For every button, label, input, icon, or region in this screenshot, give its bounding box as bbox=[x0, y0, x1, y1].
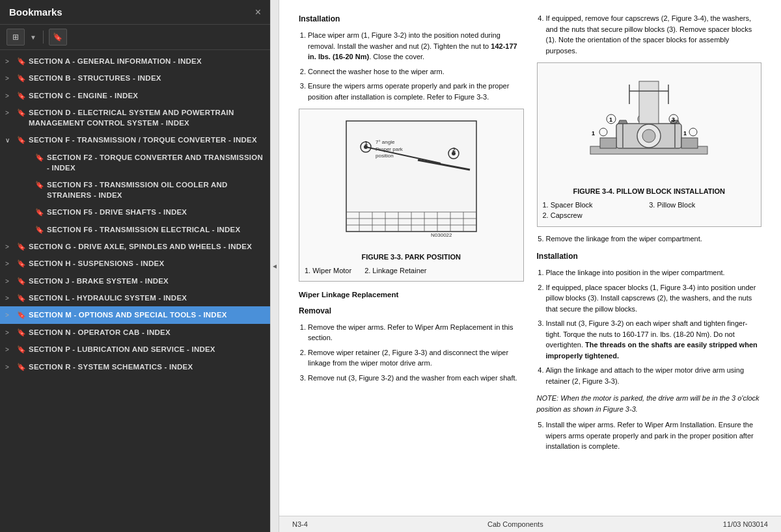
wiper-linkage-title: Wiper Linkage Replacement bbox=[299, 289, 524, 300]
removal-title: Removal bbox=[299, 305, 524, 317]
bookmark-icon: 🔖 bbox=[17, 135, 26, 145]
sidebar-item-section-a[interactable]: >🔖SECTION A - GENERAL INFORMATION - INDE… bbox=[0, 53, 270, 70]
svg-text:2: 2 bbox=[452, 146, 456, 153]
bookmark-label: SECTION F6 - TRANSMISSION ELECTRICAL - I… bbox=[47, 224, 265, 235]
pillow-block-diagram: 1 1 1 2 3 bbox=[577, 68, 720, 179]
bookmark-icon: 🔖 bbox=[35, 225, 44, 235]
figure-3-3-item1: 1. Wiper Motor bbox=[305, 265, 351, 276]
grid-view-button[interactable]: ⊞ bbox=[7, 29, 25, 46]
svg-point-38 bbox=[689, 128, 697, 136]
page-number: N3-4 bbox=[292, 520, 308, 528]
sidebar-item-section-l[interactable]: >🔖SECTION L - HYDRAULIC SYSTEM - INDEX bbox=[0, 289, 270, 306]
sidebar-item-section-b[interactable]: >🔖SECTION B - STRUCTURES - INDEX bbox=[0, 70, 270, 86]
bookmark-label: SECTION H - SUSPENSIONS - INDEX bbox=[29, 258, 265, 269]
expand-arrow: > bbox=[5, 92, 14, 101]
figure-3-4-caption: FIGURE 3-4. PILLOW BLOCK INSTALLATION bbox=[543, 186, 756, 197]
r-install-2: If equipped, place spacer blocks (1, Fig… bbox=[546, 282, 762, 315]
right-installation-title: Installation bbox=[537, 250, 762, 262]
figure-3-4-items: 1. Spacer Block 3. Pillow Block 2. Capsc… bbox=[543, 200, 756, 221]
park-position-diagram: 1 2 7° angle Proper park position bbox=[340, 114, 483, 245]
svg-text:1: 1 bbox=[592, 130, 595, 137]
svg-text:1: 1 bbox=[609, 116, 612, 123]
expand-arrow: > bbox=[5, 294, 14, 303]
fig-item-1: 1. Spacer Block bbox=[543, 200, 650, 211]
bookmark-label: SECTION F3 - TRANSMISSION OIL COOLER AND… bbox=[47, 180, 265, 200]
content-area[interactable]: Installation Place wiper arm (1, Figure … bbox=[279, 0, 781, 516]
expand-arrow: > bbox=[5, 277, 14, 286]
svg-text:N030022: N030022 bbox=[431, 232, 452, 238]
svg-rect-30 bbox=[681, 138, 698, 148]
sidebar-item-section-d[interactable]: >🔖SECTION D - ELECTRICAL SYSTEM AND POWE… bbox=[0, 104, 270, 131]
bookmark-label: SECTION G - DRIVE AXLE, SPINDLES AND WHE… bbox=[29, 241, 265, 252]
expand-arrow: ∨ bbox=[5, 136, 14, 145]
bookmark-label: SECTION A - GENERAL INFORMATION - INDEX bbox=[29, 56, 265, 66]
bookmark-icon: 🔖 bbox=[17, 276, 26, 286]
sidebar-item-section-p[interactable]: >🔖SECTION P - LUBRICATION AND SERVICE - … bbox=[0, 341, 270, 358]
sidebar-toolbar: ⊞ ▼ 🔖 bbox=[0, 25, 270, 50]
sidebar-item-section-f3[interactable]: 🔖SECTION F3 - TRANSMISSION OIL COOLER AN… bbox=[0, 176, 270, 204]
figure-3-3: 1 2 7° angle Proper park position bbox=[299, 109, 524, 282]
bookmark-label: SECTION J - BRAKE SYSTEM - INDEX bbox=[29, 276, 265, 286]
bookmark-icon: 🔖 bbox=[17, 242, 26, 252]
figure-3-3-items: 1. Wiper Motor 2. Linkage Retainer bbox=[305, 265, 518, 276]
expand-arrow: > bbox=[5, 311, 14, 320]
svg-point-28 bbox=[642, 129, 655, 142]
expand-arrow: > bbox=[5, 109, 14, 118]
bookmark-label: SECTION F2 - TORQUE CONVERTER AND TRANSM… bbox=[47, 152, 265, 173]
right-step-5: Remove the linkage from the wiper compar… bbox=[546, 233, 762, 245]
svg-text:3: 3 bbox=[672, 116, 675, 123]
sidebar-item-section-h[interactable]: >🔖SECTION H - SUSPENSIONS - INDEX bbox=[0, 255, 270, 272]
sidebar-item-section-n[interactable]: >🔖SECTION N - OPERATOR CAB - INDEX bbox=[0, 324, 270, 341]
sidebar-item-section-g[interactable]: >🔖SECTION G - DRIVE AXLE, SPINDLES AND W… bbox=[0, 238, 270, 255]
expand-arrow: > bbox=[5, 363, 14, 372]
step-1: Place wiper arm (1, Figure 3-2) into the… bbox=[308, 30, 524, 62]
sidebar-item-section-f[interactable]: ∨🔖SECTION F - TRANSMISSION / TORQUE CONV… bbox=[0, 131, 270, 148]
bookmark-icon: 🔖 bbox=[35, 153, 44, 163]
grid-icon: ⊞ bbox=[12, 33, 19, 42]
figure-3-3-caption: FIGURE 3-3. PARK POSITION bbox=[305, 252, 518, 263]
sidebar-item-section-j[interactable]: >🔖SECTION J - BRAKE SYSTEM - INDEX bbox=[0, 273, 270, 289]
svg-text:7° angle: 7° angle bbox=[376, 139, 395, 145]
expand-arrow: > bbox=[5, 259, 14, 269]
sidebar-title: Bookmarks bbox=[9, 7, 62, 18]
figure-3-4: 1 1 1 2 3 bbox=[537, 62, 762, 227]
toolbar-dropdown-arrow: ▼ bbox=[30, 34, 36, 41]
svg-text:1: 1 bbox=[364, 140, 368, 146]
expand-arrow: > bbox=[5, 243, 14, 252]
installation-title: Installation bbox=[299, 13, 524, 25]
sidebar-item-section-c[interactable]: >🔖SECTION C - ENGINE - INDEX bbox=[0, 87, 270, 104]
sidebar: Bookmarks × ⊞ ▼ 🔖 >🔖SECTION A - GENERAL … bbox=[0, 0, 270, 532]
svg-marker-33 bbox=[618, 120, 627, 124]
sidebar-item-section-m[interactable]: >🔖SECTION M - OPTIONS AND SPECIAL TOOLS … bbox=[0, 306, 270, 323]
bookmark-icon: 🔖 bbox=[17, 73, 26, 83]
bookmark-label: SECTION P - LUBRICATION AND SERVICE - IN… bbox=[29, 344, 265, 354]
sidebar-item-section-f6[interactable]: 🔖SECTION F6 - TRANSMISSION ELECTRICAL - … bbox=[0, 221, 270, 238]
sidebar-item-section-f2[interactable]: 🔖SECTION F2 - TORQUE CONVERTER AND TRANS… bbox=[0, 149, 270, 176]
bookmark-label: SECTION B - STRUCTURES - INDEX bbox=[29, 73, 265, 83]
close-icon[interactable]: × bbox=[255, 7, 261, 18]
bookmark-icon: 🔖 bbox=[17, 293, 26, 303]
step-3: Ensure the wipers arms operate properly … bbox=[308, 81, 524, 102]
bookmark-icon: 🔖 bbox=[17, 310, 26, 320]
svg-text:1: 1 bbox=[683, 130, 687, 137]
bookmark-label: SECTION R - SYSTEM SCHEMATICS - INDEX bbox=[29, 362, 265, 372]
r-install-5: Install the wiper arms. Refer to Wiper A… bbox=[546, 419, 762, 452]
sidebar-item-section-r[interactable]: >🔖SECTION R - SYSTEM SCHEMATICS - INDEX bbox=[0, 358, 270, 375]
bookmark-icon: 🔖 bbox=[35, 207, 44, 217]
main-content: Installation Place wiper arm (1, Figure … bbox=[279, 0, 781, 532]
right-column: If equipped, remove four capscrews (2, F… bbox=[537, 13, 762, 459]
bookmark-label: SECTION L - HYDRAULIC SYSTEM - INDEX bbox=[29, 293, 265, 303]
r-install-1: Place the linkage into position in the w… bbox=[546, 267, 762, 278]
document-columns: Installation Place wiper arm (1, Figure … bbox=[299, 13, 761, 459]
sidebar-items[interactable]: >🔖SECTION A - GENERAL INFORMATION - INDE… bbox=[0, 50, 270, 532]
sidebar-item-section-f5[interactable]: 🔖SECTION F5 - DRIVE SHAFTS - INDEX bbox=[0, 204, 270, 220]
left-column: Installation Place wiper arm (1, Figure … bbox=[299, 13, 524, 459]
bookmark-view-button[interactable]: 🔖 bbox=[49, 29, 67, 46]
bookmark-label: SECTION F - TRANSMISSION / TORQUE CONVER… bbox=[29, 135, 265, 145]
bookmark-label: SECTION M - OPTIONS AND SPECIAL TOOLS - … bbox=[29, 310, 265, 320]
r-install-3: Install nut (3, Figure 3-2) on each wipe… bbox=[546, 318, 762, 361]
collapse-handle[interactable]: ◂ bbox=[270, 0, 279, 532]
page-footer: N3-4 Cab Components 11/03 N03014 bbox=[279, 516, 781, 532]
svg-rect-45 bbox=[639, 81, 659, 124]
bookmark-icon: 🔖 bbox=[17, 345, 26, 354]
